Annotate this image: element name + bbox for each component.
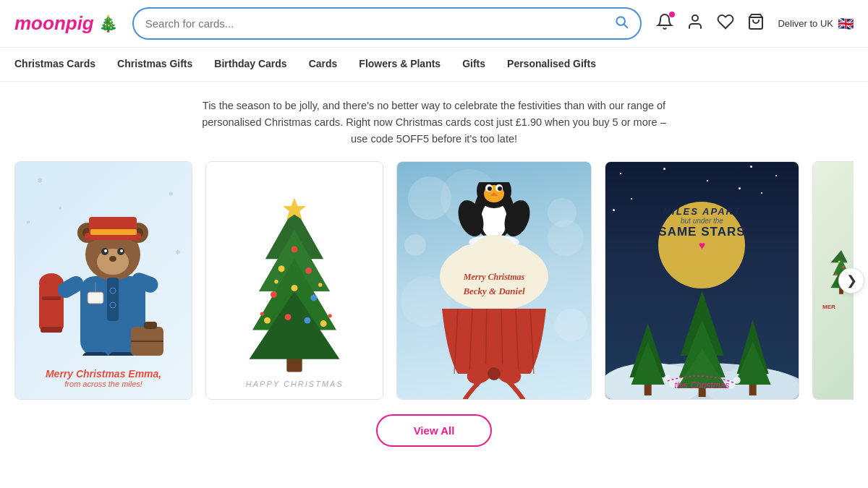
svg-point-27 [120, 249, 123, 252]
svg-point-49 [264, 317, 271, 324]
svg-point-48 [311, 294, 318, 301]
svg-point-54 [318, 283, 322, 286]
nav-item-cards[interactable]: Cards [309, 48, 338, 81]
svg-point-2 [692, 15, 698, 21]
logo-icon: 🎄 [98, 14, 118, 33]
nav-item-christmas-cards[interactable]: Christmas Cards [14, 48, 95, 81]
svg-point-106 [843, 265, 845, 267]
stars-heart: ♥ [629, 239, 774, 252]
nav-item-gifts[interactable]: Gifts [462, 48, 485, 81]
card-stars[interactable]: MILES APART but under the SAME STARS ♥ [605, 161, 799, 400]
svg-point-63 [488, 187, 492, 191]
svg-rect-12 [109, 352, 134, 356]
svg-point-83 [488, 367, 501, 380]
stars-miles-apart: MILES APART [629, 207, 774, 217]
cards-row: ❄ ❄ ❄ ❄ ❄ [14, 161, 854, 400]
search-input[interactable] [145, 17, 608, 30]
svg-point-30 [110, 288, 116, 294]
svg-point-98 [663, 375, 671, 382]
svg-point-47 [292, 285, 298, 291]
user-icon [686, 13, 704, 30]
nav-item-personalised-gifts[interactable]: Personalised Gifts [507, 48, 596, 81]
card-paddington[interactable]: ❄ ❄ ❄ ❄ ❄ [14, 161, 192, 400]
svg-point-100 [733, 377, 740, 384]
card-cupcake[interactable]: Merry Christmas Becky & Daniel [396, 161, 591, 400]
svg-rect-22 [90, 229, 137, 235]
main-nav: Christmas Cards Christmas Gifts Birthday… [0, 48, 868, 82]
svg-point-43 [292, 246, 298, 252]
svg-point-26 [104, 249, 107, 252]
nav-item-birthday-cards[interactable]: Birthday Cards [214, 48, 286, 81]
svg-point-50 [285, 314, 292, 320]
svg-point-28 [109, 256, 116, 262]
svg-text:MER: MER [822, 304, 835, 310]
view-all-section: View All [0, 400, 868, 454]
deliver-to[interactable]: Deliver to UK 🇬🇧 [778, 16, 854, 32]
account-button[interactable] [686, 13, 704, 35]
svg-rect-89 [644, 385, 651, 395]
chevron-right-icon: ❯ [846, 273, 857, 288]
svg-point-56 [328, 314, 332, 317]
notification-dot [669, 12, 675, 17]
search-bar [132, 7, 642, 40]
stars-footer: this Christmas [674, 380, 729, 390]
card-tree[interactable]: HAPPY CHRISTMAS [205, 161, 383, 400]
svg-point-46 [271, 291, 277, 298]
svg-point-55 [260, 312, 264, 316]
svg-point-64 [498, 187, 502, 191]
svg-rect-35 [144, 322, 157, 329]
uk-flag: 🇬🇧 [838, 16, 854, 32]
search-icon [614, 14, 629, 29]
svg-point-31 [110, 302, 116, 308]
view-all-button[interactable]: View All [376, 414, 493, 447]
svg-point-53 [275, 280, 278, 283]
christmas-tree-svg [222, 194, 367, 375]
logo[interactable]: moonpig 🎄 [14, 12, 118, 35]
search-button[interactable] [614, 14, 629, 33]
basket-button[interactable] [747, 13, 765, 35]
svg-rect-32 [88, 292, 103, 304]
svg-point-51 [305, 317, 311, 324]
svg-rect-29 [107, 278, 119, 321]
card-tree-footer: HAPPY CHRISTMAS [246, 380, 344, 388]
notifications-button[interactable] [656, 13, 673, 35]
svg-point-72 [472, 235, 516, 267]
wishlist-button[interactable] [717, 13, 734, 35]
svg-text:Becky & Daniel: Becky & Daniel [462, 286, 525, 296]
paddington-bear-svg [37, 189, 182, 356]
svg-text:Merry Christmas: Merry Christmas [463, 272, 525, 282]
svg-rect-11 [82, 352, 108, 356]
cupcake-svg: Merry Christmas Becky & Daniel [400, 182, 588, 399]
svg-point-44 [278, 265, 285, 272]
logo-text: moonpig [14, 12, 94, 35]
carousel-next-button[interactable]: ❯ [838, 267, 864, 294]
card-paddington-subtitle: from across the miles! [15, 380, 192, 388]
basket-icon [747, 13, 765, 30]
svg-rect-96 [749, 385, 756, 395]
svg-point-45 [305, 267, 312, 274]
nav-item-christmas-gifts[interactable]: Christmas Gifts [117, 48, 192, 81]
hero-text: Tis the season to be jolly, and there's … [181, 82, 687, 161]
stars-same-stars: SAME STARS [629, 225, 774, 239]
svg-point-52 [320, 320, 327, 327]
heart-icon [717, 13, 734, 30]
card-paddington-title: Merry Christmas Emma, [15, 368, 192, 380]
stars-but-under: but under the [629, 217, 774, 225]
header: moonpig 🎄 [0, 0, 868, 48]
svg-line-1 [624, 25, 628, 28]
svg-point-107 [835, 273, 837, 275]
deliver-label: Deliver to UK [778, 18, 833, 29]
cards-carousel: ❄ ❄ ❄ ❄ ❄ [0, 161, 868, 400]
nav-item-flowers-plants[interactable]: Flowers & Plants [359, 48, 441, 81]
svg-point-105 [838, 260, 841, 262]
header-icons: Deliver to UK 🇬🇧 [656, 13, 854, 35]
